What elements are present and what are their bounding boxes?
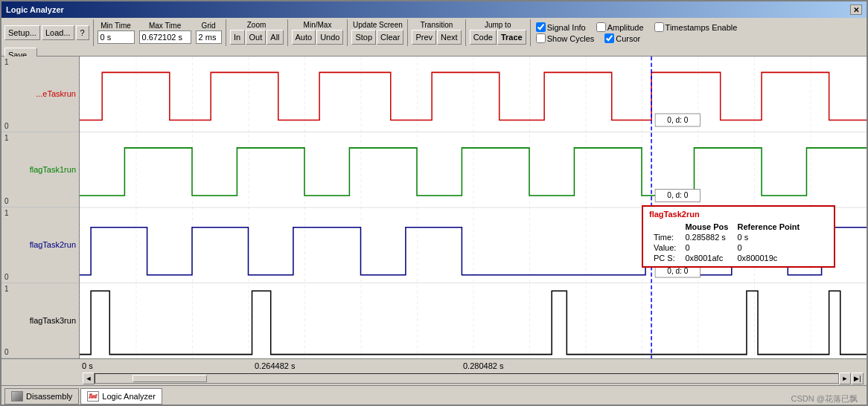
sig0-name: ...eTaskrun bbox=[4, 89, 76, 98]
prev-button[interactable]: Prev bbox=[412, 30, 436, 45]
disassembly-icon bbox=[11, 391, 23, 402]
bottom-panel: 0 s 0.264482 s 0.280482 s ◄ ► ▶| bbox=[1, 358, 867, 385]
sig1-low: 0 bbox=[4, 197, 76, 205]
signal-label-1: 1 flagTask1run 0 bbox=[1, 132, 79, 208]
help-button[interactable]: ? bbox=[76, 25, 89, 40]
zoom-out-button[interactable]: Out bbox=[246, 30, 267, 45]
update-label: Update Screen bbox=[353, 21, 403, 29]
signal-info-label: Signal Info bbox=[547, 23, 586, 32]
window-title: Logic Analyzer bbox=[6, 5, 64, 14]
sig1-high: 1 bbox=[4, 134, 76, 142]
watermark-text: CSDN @花落已飘 bbox=[791, 393, 864, 405]
cursor-checkbox[interactable] bbox=[604, 33, 614, 43]
zoom-all-button[interactable]: All bbox=[267, 30, 283, 45]
sig2-name: flagTask2run bbox=[4, 240, 76, 249]
tooltip-pc-val2: 0x800019c bbox=[733, 253, 804, 263]
logic-analyzer-icon bbox=[87, 391, 99, 402]
signal-labels-column: 1 ...eTaskrun 0 1 flagTask1run 0 1 flagT… bbox=[1, 57, 80, 358]
setup-button[interactable]: Setup... bbox=[4, 25, 40, 40]
tooltip-pc-label: PC S: bbox=[649, 253, 680, 263]
sig1-name: flagTask1run bbox=[4, 165, 76, 174]
sig2-high: 1 bbox=[4, 209, 76, 217]
scrollbar-row: ◄ ► ▶| bbox=[1, 373, 867, 386]
time-label-0: 0 s bbox=[82, 361, 93, 370]
svg-text:0,  d: 0: 0, d: 0 bbox=[667, 115, 688, 123]
sig0-high: 1 bbox=[4, 58, 76, 66]
zoom-in-button[interactable]: In bbox=[230, 30, 245, 45]
jump-to-label: Jump to bbox=[485, 21, 511, 29]
svg-text:0,  d: 0: 0, d: 0 bbox=[667, 266, 688, 274]
sig2-low: 0 bbox=[4, 273, 76, 281]
tooltip-time-val1: 0.285882 s bbox=[680, 232, 733, 242]
signal-label-2: 1 flagTask2run 0 bbox=[1, 207, 79, 283]
tab-logic-analyzer-label: Logic Analyzer bbox=[102, 392, 156, 401]
scroll-right-button[interactable]: ► bbox=[839, 373, 851, 384]
scroll-thumb[interactable] bbox=[133, 375, 207, 382]
scroll-track[interactable] bbox=[95, 373, 839, 384]
tabs-bar: Disassembly Logic Analyzer CSDN @花落已飘 bbox=[1, 385, 867, 405]
tab-logic-analyzer[interactable]: Logic Analyzer bbox=[80, 388, 162, 405]
code-button[interactable]: Code bbox=[470, 30, 497, 45]
grid-label: Grid bbox=[202, 22, 216, 30]
amplitude-label: Amplitude bbox=[607, 23, 644, 32]
waveforms-column[interactable]: 0, d: 0 0, d: 0 0, d: 0 flagTask2run Mou bbox=[80, 57, 867, 358]
signal-label-0: 1 ...eTaskrun 0 bbox=[1, 57, 79, 132]
signal-tooltip: flagTask2run Mouse Pos Reference Point T… bbox=[642, 205, 835, 268]
main-window: Logic Analyzer ✕ Setup... Load... ? Min … bbox=[0, 0, 868, 406]
signal-info-checkbox[interactable] bbox=[536, 22, 546, 32]
zoom-label: Zoom bbox=[247, 21, 267, 29]
time-label-2: 0.280482 s bbox=[463, 361, 503, 370]
horizontal-scrollbar[interactable]: ◄ ► ▶| bbox=[83, 373, 864, 384]
minmax-label: Min/Max bbox=[304, 21, 332, 29]
signal-label-3: 1 flagTask3run 0 bbox=[1, 283, 79, 359]
show-cycles-checkbox[interactable] bbox=[536, 33, 546, 43]
waveform-area: 1 ...eTaskrun 0 1 flagTask1run 0 1 flagT… bbox=[1, 57, 867, 385]
max-time-value: 0.672102 s bbox=[139, 30, 191, 44]
timestamps-checkbox[interactable] bbox=[654, 22, 664, 32]
close-button[interactable]: ✕ bbox=[850, 4, 862, 15]
min-time-value: 0 s bbox=[98, 30, 135, 44]
next-button[interactable]: Next bbox=[437, 30, 462, 45]
tooltip-table: Mouse Pos Reference Point Time: 0.285882… bbox=[649, 222, 804, 263]
max-time-label: Max Time bbox=[149, 22, 181, 30]
tooltip-col1-header: Mouse Pos bbox=[680, 222, 733, 232]
time-labels-row: 0 s 0.264482 s 0.280482 s bbox=[1, 359, 867, 373]
scroll-left-button[interactable]: ◄ bbox=[83, 373, 95, 384]
scroll-end-button[interactable]: ▶| bbox=[852, 373, 864, 384]
tooltip-value-val2: 0 bbox=[733, 242, 804, 253]
stop-button[interactable]: Stop bbox=[351, 30, 376, 45]
min-time-label: Min Time bbox=[100, 22, 131, 30]
time-label-1: 0.264482 s bbox=[255, 361, 295, 370]
sig3-high: 1 bbox=[4, 285, 76, 293]
tab-disassembly-label: Disassembly bbox=[26, 392, 72, 401]
cursor-label: Cursor bbox=[616, 34, 640, 43]
tooltip-signal-name: flagTask2run bbox=[649, 210, 828, 219]
undo-button[interactable]: Undo bbox=[316, 30, 343, 45]
clear-button[interactable]: Clear bbox=[377, 30, 403, 45]
sig3-name: flagTask3run bbox=[4, 316, 76, 325]
signal-area: 1 ...eTaskrun 0 1 flagTask1run 0 1 flagT… bbox=[1, 57, 867, 358]
sig0-low: 0 bbox=[4, 122, 76, 130]
tooltip-pc-val1: 0x8001afc bbox=[680, 253, 733, 263]
amplitude-checkbox[interactable] bbox=[596, 22, 606, 32]
timestamps-label: Timestamps Enable bbox=[666, 23, 738, 32]
toolbar: Setup... Load... ? Min Time 0 s Max Time… bbox=[1, 18, 867, 57]
svg-text:0,  d: 0: 0, d: 0 bbox=[667, 191, 688, 199]
tooltip-empty-header bbox=[649, 222, 680, 232]
auto-button[interactable]: Auto bbox=[292, 30, 316, 45]
tooltip-time-val2: 0 s bbox=[733, 232, 804, 242]
tooltip-col2-header: Reference Point bbox=[733, 222, 804, 232]
tab-disassembly[interactable]: Disassembly bbox=[4, 388, 79, 405]
show-cycles-label: Show Cycles bbox=[547, 34, 595, 43]
tooltip-value-label: Value: bbox=[649, 242, 680, 253]
tabs-container: Disassembly Logic Analyzer bbox=[4, 388, 162, 405]
tooltip-time-label: Time: bbox=[649, 232, 680, 242]
tooltip-value-val1: 0 bbox=[680, 242, 733, 253]
sig3-low: 0 bbox=[4, 348, 76, 356]
trace-button[interactable]: Trace bbox=[497, 30, 526, 45]
transition-label: Transition bbox=[421, 21, 453, 29]
title-bar: Logic Analyzer ✕ bbox=[1, 1, 867, 18]
load-button[interactable]: Load... bbox=[42, 25, 74, 40]
grid-value: 2 ms bbox=[196, 30, 222, 44]
